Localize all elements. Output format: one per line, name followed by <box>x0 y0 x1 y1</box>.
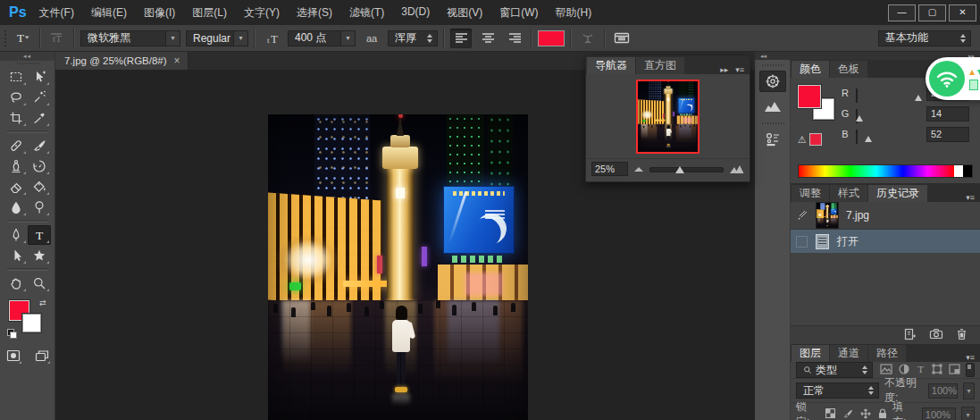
chevron-down-icon[interactable]: ▾ <box>961 407 975 420</box>
default-colors-icon[interactable] <box>7 329 16 338</box>
background-color-swatch[interactable] <box>22 314 41 332</box>
history-source-checkbox[interactable] <box>796 236 808 248</box>
menu-layer[interactable]: 图层(L) <box>192 5 227 21</box>
tool-brush[interactable] <box>28 136 51 155</box>
expand-icon[interactable]: ▸▸ <box>720 65 728 74</box>
tool-hand[interactable] <box>4 273 28 293</box>
navigator-proxy-view[interactable] <box>636 80 699 154</box>
font-family-select[interactable]: 微软雅黑 ▾ <box>80 30 180 46</box>
wifi-icon[interactable] <box>929 61 965 97</box>
tool-spot-healing-brush[interactable] <box>4 136 28 155</box>
tool-move[interactable] <box>28 67 51 87</box>
foreground-color-swatch[interactable] <box>798 85 821 108</box>
menu-file[interactable]: 文件(F) <box>39 5 74 21</box>
tool-zoom[interactable] <box>28 273 51 293</box>
tool-path-selection[interactable] <box>4 246 28 265</box>
menu-type[interactable]: 文字(Y) <box>244 5 280 21</box>
tool-quick-selection[interactable] <box>28 88 51 107</box>
filter-smart-object-icon[interactable] <box>949 364 960 377</box>
tool-lasso[interactable] <box>4 88 28 107</box>
open-image-canvas[interactable] <box>268 114 528 420</box>
menu-filter[interactable]: 滤镜(T) <box>349 5 384 21</box>
chevron-down-icon[interactable]: ▾ <box>340 31 355 46</box>
tab-color[interactable]: 颜色 <box>792 61 829 78</box>
tool-eraser[interactable] <box>4 177 28 197</box>
chevron-down-icon[interactable]: ▾ <box>963 382 975 399</box>
tool-pen[interactable] <box>4 225 28 245</box>
green-value-field[interactable]: 14 <box>926 106 969 122</box>
panel-menu-icon[interactable]: ▾≡ <box>966 193 975 202</box>
history-step-open[interactable]: 打开 <box>791 229 980 253</box>
chevron-down-icon[interactable]: ▾ <box>233 31 247 46</box>
text-orientation-icon[interactable]: tT <box>46 29 68 48</box>
history-snapshot-row[interactable]: 7.jpg <box>791 202 980 229</box>
tab-channels[interactable]: 通道 <box>830 345 867 362</box>
tool-history-brush[interactable] <box>28 156 51 176</box>
filter-shape-icon[interactable] <box>932 364 942 377</box>
menu-window[interactable]: 窗口(W) <box>499 5 538 21</box>
minimize-button[interactable]: — <box>888 4 916 21</box>
tab-paths[interactable]: 路径 <box>868 345 906 362</box>
spectrum-ramp[interactable] <box>799 165 954 177</box>
histogram-panel-icon[interactable] <box>759 96 786 117</box>
color-spectrum-bar[interactable] <box>798 164 973 178</box>
blue-value-field[interactable]: 52 <box>926 127 969 142</box>
menu-select[interactable]: 选择(S) <box>297 5 332 21</box>
type-tool-preset-icon[interactable]: T <box>13 29 34 48</box>
tool-rectangular-marquee[interactable] <box>4 67 28 87</box>
quick-mask-icon[interactable] <box>4 346 23 365</box>
gamut-warning[interactable]: ⚠ <box>798 133 822 146</box>
tab-navigator[interactable]: 导航器 <box>587 57 635 74</box>
white-swatch[interactable] <box>954 165 963 177</box>
green-slider[interactable] <box>856 110 920 117</box>
toggle-panels-icon[interactable] <box>611 29 632 48</box>
tab-adjustments[interactable]: 调整 <box>792 185 829 202</box>
zoom-in-icon[interactable] <box>729 164 744 174</box>
warp-text-icon[interactable] <box>577 29 599 48</box>
zoom-slider[interactable] <box>649 164 724 173</box>
lock-position-icon[interactable] <box>860 408 871 420</box>
navigator-panel-icon[interactable] <box>759 71 786 92</box>
delete-trash-icon[interactable] <box>956 328 967 343</box>
tool-clone-stamp[interactable] <box>4 156 28 176</box>
maximize-button[interactable]: ▢ <box>918 4 946 21</box>
menu-image[interactable]: 图像(I) <box>144 5 175 21</box>
screen-mode-icon[interactable] <box>32 346 52 365</box>
blend-mode-select[interactable]: 正常 <box>796 382 879 399</box>
swap-colors-icon[interactable]: ⇄ <box>39 298 46 307</box>
align-center-button[interactable] <box>477 29 498 48</box>
fill-value-field[interactable]: 100% <box>922 407 956 420</box>
tab-styles[interactable]: 样式 <box>830 185 867 202</box>
blue-slider[interactable] <box>856 130 920 138</box>
filter-kind-select[interactable]: 类型 <box>796 362 873 378</box>
document-tab[interactable]: 7.jpg @ 25%(RGB/8#) × <box>55 52 188 70</box>
align-left-button[interactable] <box>450 29 472 48</box>
zoom-out-icon[interactable] <box>633 165 644 172</box>
black-swatch[interactable] <box>963 165 972 177</box>
menu-edit[interactable]: 编辑(E) <box>91 5 127 21</box>
tool-dodge[interactable] <box>28 197 51 217</box>
lock-image-pixels-icon[interactable] <box>842 408 853 420</box>
collapse-icon[interactable]: ◂◂ <box>760 53 766 60</box>
gamut-color-swatch[interactable] <box>809 133 822 146</box>
tab-swatches[interactable]: 色板 <box>830 61 867 78</box>
tab-histogram[interactable]: 直方图 <box>636 57 684 74</box>
tab-layers[interactable]: 图层 <box>792 345 829 362</box>
tool-custom-shape[interactable] <box>28 246 51 265</box>
anti-alias-select[interactable]: 浑厚 <box>388 30 438 46</box>
new-document-from-state-icon[interactable] <box>903 328 917 343</box>
tool-crop[interactable] <box>4 108 28 128</box>
history-brush-source-icon[interactable] <box>796 210 808 222</box>
lock-transparent-pixels-icon[interactable] <box>825 408 835 420</box>
panel-menu-icon[interactable]: ▾≡ <box>966 353 975 362</box>
lock-all-icon[interactable] <box>878 408 887 420</box>
close-tab-icon[interactable]: × <box>174 55 180 66</box>
tool-eyedropper[interactable] <box>28 108 51 128</box>
menu-view[interactable]: 视图(V) <box>447 5 482 21</box>
tool-paint-bucket[interactable] <box>28 177 51 197</box>
opacity-value-field[interactable]: 100% <box>928 383 958 399</box>
menu-3d[interactable]: 3D(D) <box>401 5 430 21</box>
align-right-button[interactable] <box>504 29 525 48</box>
info-panel-icon[interactable] <box>759 129 786 150</box>
chevron-down-icon[interactable]: ▾ <box>165 31 180 46</box>
